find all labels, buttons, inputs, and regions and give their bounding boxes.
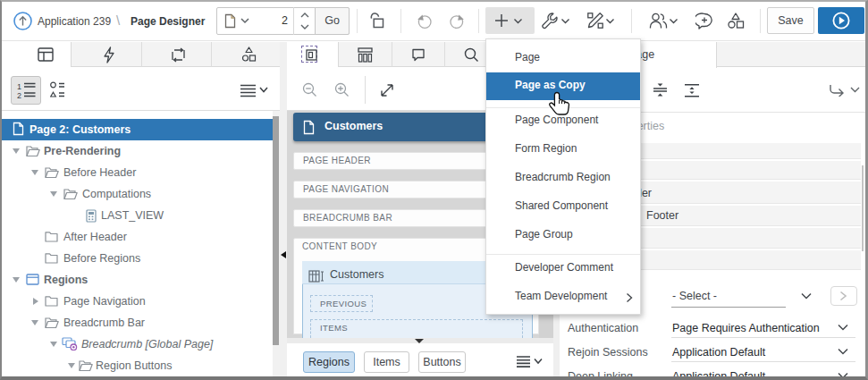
- svg-text:1: 1: [17, 82, 21, 91]
- svg-text:2: 2: [17, 91, 21, 99]
